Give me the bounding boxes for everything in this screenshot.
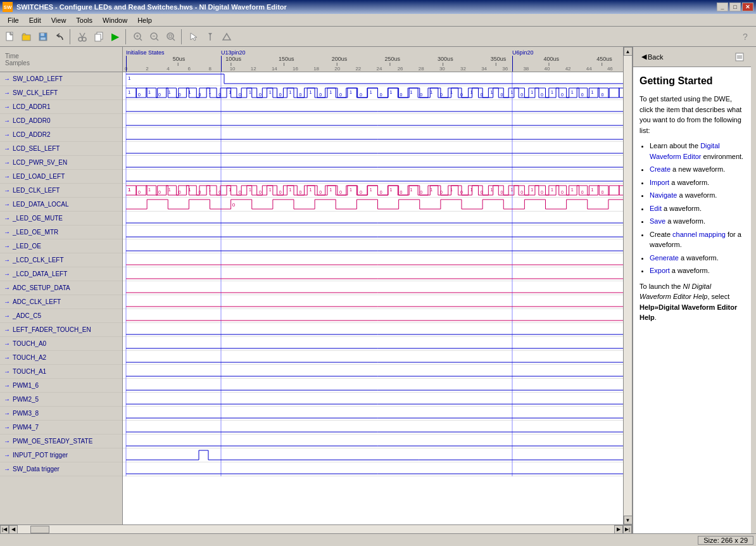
cursor-button[interactable] <box>186 29 201 44</box>
scroll-right-button[interactable]: ▶ <box>614 525 623 534</box>
scroll-track[interactable] <box>624 56 633 516</box>
signal-row-4[interactable]: →LCD_ADDR2 <box>0 128 122 142</box>
signal-row-2[interactable]: →LCD_ADDR1 <box>0 100 122 114</box>
signal-row-12[interactable]: →_LED_OE <box>0 239 122 253</box>
signal-row-3[interactable]: →LCD_ADDR0 <box>0 114 122 128</box>
signal-row-1[interactable]: →SW_CLK_LEFT <box>0 86 122 100</box>
link-channel-mapping[interactable]: channel mapping <box>672 231 726 238</box>
signal-row-14[interactable]: →_LCD_DATA_LEFT <box>0 267 122 281</box>
signal-row-7[interactable]: →LED_LOAD_LEFT <box>0 170 122 184</box>
signal-row-13[interactable]: →_LCD_CLK_LEFT <box>0 253 122 267</box>
signal-name-label: SW_CLK_LEFT <box>13 89 58 96</box>
help-options-button[interactable] <box>732 49 747 65</box>
signal-row-9[interactable]: →LED_DATA_LOCAL <box>0 198 122 212</box>
undo-button[interactable] <box>52 29 67 44</box>
signal-row-15[interactable]: →ADC_SETUP_DATA <box>0 281 122 295</box>
link-generate[interactable]: Generate <box>650 254 679 262</box>
link-digital-waveform-editor[interactable]: Digital Waveform Editor <box>650 142 720 160</box>
signal-name-label: TOUCH_A2 <box>13 354 46 361</box>
copy-button[interactable] <box>91 29 106 44</box>
hscroll-track[interactable] <box>18 525 614 534</box>
signal-row-10[interactable]: →_LED_OE_MUTE <box>0 212 122 225</box>
menu-window[interactable]: Window <box>98 15 132 25</box>
hscroll-thumb[interactable] <box>30 526 49 533</box>
signal-name-label: LED_LOAD_LEFT <box>13 173 65 180</box>
link-save[interactable]: Save <box>650 217 665 225</box>
signal-arrow-icon: → <box>4 284 10 291</box>
signal-row-28[interactable]: →SW_Data trigger <box>0 462 122 476</box>
waveform-display[interactable] <box>123 47 623 524</box>
horizontal-scrollbar[interactable]: |◀ ◀ ▶ ▶| <box>0 524 632 533</box>
scroll-left-first-button[interactable]: |◀ <box>0 525 9 534</box>
app-icon: SW <box>3 2 13 12</box>
signal-row-0[interactable]: →SW_LOAD_LEFT <box>0 72 122 86</box>
link-create[interactable]: Create <box>650 165 671 173</box>
signal-name-label: SW_LOAD_LEFT <box>13 75 63 82</box>
signal-arrow-icon: → <box>4 159 10 166</box>
signal-name-label: LCD_ADDR2 <box>13 131 50 138</box>
signal-row-17[interactable]: →_ADC_C5 <box>0 309 122 323</box>
svg-point-9 <box>82 37 86 41</box>
help-item-export: Export a waveform. <box>650 265 745 276</box>
help-arrow-button[interactable]: ? <box>738 29 753 44</box>
signal-row-27[interactable]: →INPUT_POT trigger <box>0 448 122 462</box>
signal-names-header: Time Samples <box>0 47 122 72</box>
marker-button[interactable] <box>203 29 218 44</box>
signal-row-11[interactable]: →_LED_OE_MTR <box>0 225 122 239</box>
menu-help[interactable]: Help <box>132 15 157 25</box>
save-button[interactable] <box>35 29 51 44</box>
signal-name-label: _LCD_DATA_LEFT <box>13 270 67 277</box>
link-navigate[interactable]: Navigate <box>650 191 677 199</box>
signal-name-label: _LED_OE <box>13 243 41 250</box>
scroll-right-last-button[interactable]: ▶| <box>623 525 632 534</box>
delta-marker-button[interactable] <box>219 29 234 44</box>
new-button[interactable] <box>3 29 18 44</box>
signal-arrow-icon: → <box>4 229 10 236</box>
minimize-button[interactable]: _ <box>717 3 728 11</box>
svg-line-20 <box>173 39 175 41</box>
close-button[interactable]: ✕ <box>742 3 753 11</box>
link-export[interactable]: Export <box>650 267 670 274</box>
signal-row-25[interactable]: →PWM4_7 <box>0 421 122 435</box>
signal-name-label: PWM4_7 <box>13 424 39 431</box>
maximize-button[interactable]: □ <box>729 3 741 11</box>
vertical-scrollbar[interactable]: ▲ ▼ <box>623 47 632 524</box>
signal-row-8[interactable]: →LED_CLK_LEFT <box>0 184 122 198</box>
signal-row-6[interactable]: →LCD_PWR_5V_EN <box>0 156 122 170</box>
run-button[interactable]: ▶ <box>108 29 123 44</box>
menu-edit[interactable]: Edit <box>24 15 46 25</box>
zoom-fit-button[interactable] <box>163 29 179 44</box>
scroll-left-button[interactable]: ◀ <box>9 525 18 534</box>
status-size: Size: 266 x 29 <box>698 536 753 545</box>
signal-row-22[interactable]: →PWM1_6 <box>0 379 122 393</box>
link-import[interactable]: Import <box>650 179 669 186</box>
menu-tools[interactable]: Tools <box>71 15 98 25</box>
signal-name-label: LED_CLK_LEFT <box>13 187 60 194</box>
open-button[interactable] <box>19 29 34 44</box>
signal-row-18[interactable]: →LEFT_FADER_TOUCH_EN <box>0 323 122 337</box>
scroll-down-button[interactable]: ▼ <box>624 516 633 524</box>
zoom-in-button[interactable] <box>130 29 146 44</box>
signal-row-24[interactable]: →PWM3_8 <box>0 407 122 421</box>
scroll-up-button[interactable]: ▲ <box>624 47 633 56</box>
signal-row-20[interactable]: →TOUCH_A2 <box>0 351 122 365</box>
signal-row-21[interactable]: →TOUCH_A1 <box>0 365 122 379</box>
title-bar: SW SWITCHES - Configure LEDs and Read Sw… <box>0 0 756 14</box>
signal-name-label: PWM_OE_STEADY_STATE <box>13 438 92 445</box>
signal-row-19[interactable]: →TOUCH_A0 <box>0 337 122 351</box>
cut-button[interactable] <box>75 29 90 44</box>
menu-view[interactable]: View <box>46 15 72 25</box>
menu-file[interactable]: File <box>3 15 24 25</box>
signal-arrow-icon: → <box>4 368 10 375</box>
toolbar-separator-1 <box>70 29 72 44</box>
signal-row-16[interactable]: →ADC_CLK_LEFT <box>0 295 122 309</box>
signal-row-23[interactable]: →PWM2_5 <box>0 393 122 407</box>
back-button[interactable]: ◀ Back <box>637 49 667 65</box>
signal-name-label: PWM1_6 <box>13 382 39 389</box>
link-edit[interactable]: Edit <box>650 205 662 212</box>
help-item-edit: Edit a waveform. <box>650 203 745 214</box>
signal-row-26[interactable]: →PWM_OE_STEADY_STATE <box>0 435 122 448</box>
zoom-out-button[interactable] <box>147 29 162 44</box>
help-item-channel-mapping: Create channel mapping for a waveform. <box>650 229 745 250</box>
signal-row-5[interactable]: →LCD_SEL_LEFT <box>0 142 122 156</box>
